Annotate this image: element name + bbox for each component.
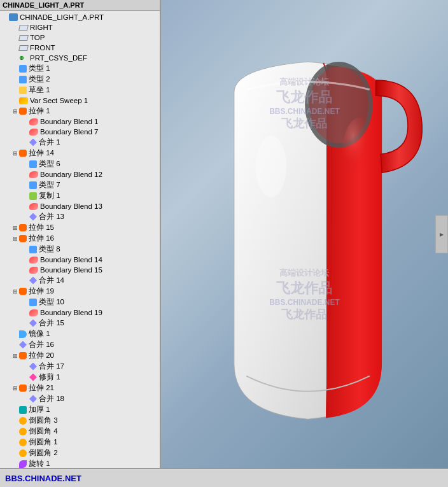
tree-item[interactable]: 镜像 1: [0, 328, 160, 339]
tree-item[interactable]: ⊕PRT_CSYS_DEF: [0, 53, 160, 63]
expand-button[interactable]: [22, 309, 29, 316]
3d-viewport[interactable]: 高端设计论坛 飞龙作品 BBS.CHINADE.NET 飞龙作品 高端设计论坛 …: [161, 0, 448, 468]
tree-item[interactable]: ⊞拉伸 21: [0, 383, 160, 393]
extrude-icon: [19, 385, 27, 392]
tree-item-label: 类型 2: [29, 74, 50, 84]
tree-item[interactable]: Boundary Blend 14: [0, 255, 160, 265]
tree-item[interactable]: FRONT: [0, 43, 160, 53]
expand-button[interactable]: [22, 374, 29, 381]
tree-item[interactable]: 加厚 1: [0, 404, 160, 415]
expand-button[interactable]: ⊞: [11, 150, 19, 157]
expand-button[interactable]: [11, 439, 19, 446]
tree-item[interactable]: 修剪 1: [0, 372, 160, 383]
tree-item[interactable]: 合并 18: [0, 393, 160, 404]
tree-item[interactable]: Var Sect Sweep 1: [0, 95, 160, 106]
thicken-icon: [19, 406, 27, 414]
expand-button[interactable]: [22, 213, 29, 221]
tree-item[interactable]: 倒圆角 4: [0, 426, 160, 437]
tree-item[interactable]: ⊞拉伸 15: [0, 222, 160, 233]
expand-button[interactable]: [22, 277, 29, 285]
round-icon: [19, 439, 27, 446]
tree-item[interactable]: 合并 16: [0, 339, 160, 350]
expand-button[interactable]: [22, 363, 29, 371]
tree-item-label: 加厚 1: [29, 405, 50, 414]
expand-button[interactable]: [11, 330, 19, 338]
expand-button[interactable]: ⊞: [11, 235, 19, 243]
tree-item[interactable]: 合并 15: [0, 318, 160, 328]
tree-item[interactable]: Boundary Blend 15: [0, 265, 160, 275]
expand-button[interactable]: [11, 76, 19, 83]
expand-button[interactable]: [22, 266, 29, 274]
expand-button[interactable]: [1, 13, 9, 21]
tree-item-label: Boundary Blend 19: [40, 309, 102, 316]
tree-item[interactable]: 合并 14: [0, 275, 160, 286]
tree-item[interactable]: 类型 6: [0, 159, 160, 169]
revolve-icon: [19, 460, 27, 468]
tree-item[interactable]: ⊞拉伸 16: [0, 233, 160, 244]
tree-item[interactable]: ⊞拉伸 1: [0, 106, 160, 116]
tree-item[interactable]: 合并 17: [0, 361, 160, 372]
tree-item[interactable]: Boundary Blend 12: [0, 169, 160, 180]
expand-button[interactable]: [11, 65, 19, 73]
tree-item[interactable]: CHINADE_LIGHT_A.PRT: [0, 12, 160, 22]
tree-item[interactable]: 类型 8: [0, 244, 160, 255]
expand-button[interactable]: [22, 256, 29, 264]
tree-item[interactable]: RIGHT: [0, 22, 160, 32]
tree-item[interactable]: Boundary Blend 1: [0, 116, 160, 127]
tree-item[interactable]: Boundary Blend 7: [0, 127, 160, 137]
expand-button[interactable]: [22, 202, 29, 210]
sketch-icon: [19, 87, 27, 94]
expand-button[interactable]: [22, 299, 29, 306]
nav-arrow-right[interactable]: ▸: [435, 215, 448, 253]
tree-item[interactable]: TOP: [0, 32, 160, 43]
tree-item[interactable]: 倒圆角 3: [0, 415, 160, 426]
expand-button[interactable]: [22, 395, 29, 403]
expand-button[interactable]: [22, 171, 29, 178]
expand-button[interactable]: [22, 246, 29, 253]
expand-button[interactable]: ⊞: [11, 108, 19, 115]
tree-item-label: 合并 1: [39, 138, 60, 147]
expand-button[interactable]: [22, 128, 29, 136]
tree-item[interactable]: 草坐 1: [0, 85, 160, 95]
tree-item[interactable]: 合并 13: [0, 211, 160, 222]
expand-button[interactable]: [11, 460, 19, 468]
expand-button[interactable]: [22, 118, 29, 125]
tree-item-label: Boundary Blend 7: [40, 128, 98, 136]
expand-button[interactable]: [11, 54, 19, 62]
tree-item[interactable]: 复制 1: [0, 190, 160, 201]
expand-button[interactable]: [11, 341, 19, 349]
tree-item[interactable]: ⊞拉伸 14: [0, 148, 160, 159]
expand-button[interactable]: [11, 428, 19, 435]
round-icon: [19, 417, 27, 425]
expand-button[interactable]: [22, 320, 29, 327]
expand-button[interactable]: [11, 87, 19, 94]
expand-button[interactable]: ⊞: [11, 288, 19, 295]
tree-item[interactable]: 类型 10: [0, 297, 160, 307]
tree-item[interactable]: 合并 1: [0, 137, 160, 148]
tree-item[interactable]: Boundary Blend 19: [0, 307, 160, 318]
tree-item[interactable]: Boundary Blend 13: [0, 201, 160, 211]
expand-button[interactable]: ⊞: [11, 352, 19, 360]
expand-button[interactable]: [22, 160, 29, 168]
blend-icon: [29, 118, 38, 125]
tree-item[interactable]: 类型 1: [0, 63, 160, 74]
tree-item[interactable]: 倒圆角 2: [0, 448, 160, 458]
tree-item[interactable]: 类型 2: [0, 74, 160, 85]
tree-item[interactable]: 倒圆角 1: [0, 437, 160, 448]
expand-button[interactable]: ⊞: [11, 385, 19, 392]
blend-icon: [29, 129, 38, 136]
expand-button[interactable]: [22, 139, 29, 146]
expand-button[interactable]: [11, 417, 19, 425]
expand-button[interactable]: [11, 97, 19, 104]
model-view: [180, 13, 435, 455]
expand-button[interactable]: ⊞: [11, 224, 19, 232]
tree-item[interactable]: 旋转 1: [0, 458, 160, 468]
expand-button[interactable]: [22, 181, 29, 189]
expand-button[interactable]: [22, 192, 29, 200]
tree-item[interactable]: 类型 7: [0, 180, 160, 190]
expand-button[interactable]: [11, 449, 19, 457]
tree-item[interactable]: ⊞拉伸 20: [0, 350, 160, 361]
tree-item[interactable]: ⊞拉伸 19: [0, 286, 160, 297]
expand-button[interactable]: [11, 406, 19, 414]
tree-scroll[interactable]: CHINADE_LIGHT_A.PRT RIGHT TOP FRONT ⊕PRT…: [0, 11, 160, 468]
